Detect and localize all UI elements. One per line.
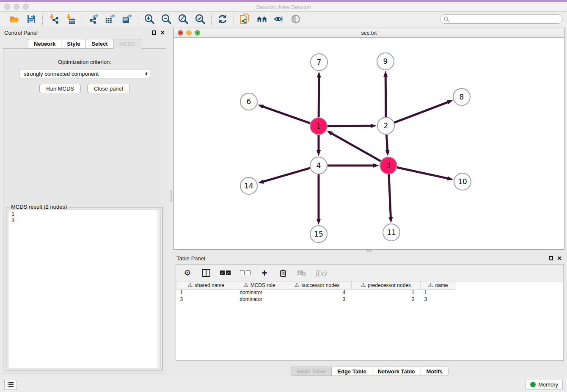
zoom-in-button[interactable] xyxy=(144,14,155,25)
graph-node-15[interactable]: 15 xyxy=(310,226,327,243)
edge-3-11[interactable] xyxy=(389,174,391,218)
tab-motifs[interactable]: Motifs xyxy=(421,367,449,376)
function-builder-button[interactable]: f(x) xyxy=(316,268,327,278)
tab-network-table[interactable]: Network Table xyxy=(372,367,421,376)
graph-node-14[interactable]: 14 xyxy=(240,177,257,194)
task-history-button[interactable] xyxy=(4,380,17,390)
cell-shared-name[interactable]: 3 xyxy=(176,296,236,303)
column-header-name[interactable]: name xyxy=(421,282,456,289)
tab-network[interactable]: Network xyxy=(28,39,61,49)
graph-node-11[interactable]: 11 xyxy=(383,224,400,241)
cell-shared-name[interactable]: 1 xyxy=(176,289,236,296)
import-network-button[interactable] xyxy=(48,14,59,25)
cell-predecessor-nodes[interactable]: 1 xyxy=(352,289,421,296)
save-session-button[interactable] xyxy=(26,14,37,25)
network-file-button[interactable] xyxy=(239,14,250,25)
delete-column-button[interactable] xyxy=(278,268,288,278)
graph-node-6[interactable]: 6 xyxy=(240,93,257,110)
network-resize-grip[interactable] xyxy=(366,250,372,252)
graph-node-7[interactable]: 7 xyxy=(311,54,328,71)
open-file-button[interactable] xyxy=(9,14,20,25)
node-label: 6 xyxy=(247,97,251,106)
tab-node-table[interactable]: Node Table xyxy=(291,367,331,376)
table-settings-button[interactable]: ⚙ xyxy=(183,268,192,278)
close-panel-button[interactable]: Close panel xyxy=(87,84,130,93)
zoom-out-button[interactable] xyxy=(161,14,172,25)
cell-successor-nodes[interactable]: 3 xyxy=(283,296,352,303)
graph-node-2[interactable]: 2 xyxy=(377,117,394,134)
network-canvas[interactable]: 7968124314101511 xyxy=(174,38,564,249)
edge-2-8[interactable] xyxy=(394,102,448,122)
export-network-button[interactable] xyxy=(88,14,99,25)
float-table-panel-icon[interactable] xyxy=(549,256,553,260)
float-panel-icon[interactable] xyxy=(152,30,156,35)
delete-table-button[interactable] xyxy=(297,268,306,278)
column-header-successor-nodes[interactable]: successor nodes xyxy=(283,282,352,289)
network-minimize-button[interactable]: − xyxy=(186,30,192,36)
close-panel-icon[interactable]: ✕ xyxy=(160,30,165,36)
graph-node-8[interactable]: 8 xyxy=(453,88,470,105)
search-input[interactable] xyxy=(449,15,562,23)
edge-1-6[interactable] xyxy=(263,107,310,123)
table-row[interactable]: 3dominator323 xyxy=(176,296,564,303)
edge-1-7[interactable] xyxy=(319,77,319,117)
panel-splitter[interactable] xyxy=(169,26,172,377)
graph-node-4[interactable]: 4 xyxy=(310,157,327,174)
tab-edge-table[interactable]: Edge Table xyxy=(331,367,372,376)
edge-4-14[interactable] xyxy=(263,168,310,182)
split-columns-button[interactable] xyxy=(201,268,211,278)
network-graph[interactable]: 7968124314101511 xyxy=(174,38,563,248)
edge-2-3[interactable] xyxy=(386,135,387,151)
network-window-titlebar[interactable]: ✕ − + scc.txt xyxy=(174,28,564,38)
graph-node-10[interactable]: 10 xyxy=(454,173,471,190)
select-all-button[interactable]: ✓✓ xyxy=(220,268,231,278)
deselect-all-button[interactable] xyxy=(240,268,250,278)
search-field[interactable] xyxy=(440,14,563,24)
column-header-MCDS-role[interactable]: MCDS role xyxy=(236,282,283,289)
zoom-fit-button[interactable] xyxy=(178,14,189,25)
sort-hierarchy-icon xyxy=(295,283,299,287)
network-close-button[interactable]: ✕ xyxy=(178,30,183,36)
add-column-button[interactable]: + xyxy=(260,268,269,278)
tab-style[interactable]: Style xyxy=(61,39,85,49)
import-table-button[interactable] xyxy=(65,14,76,25)
network-maximize-button[interactable]: + xyxy=(195,30,200,36)
table-row[interactable]: 1dominator411 xyxy=(176,289,564,296)
cell-MCDS-role[interactable]: dominator xyxy=(236,289,283,296)
run-mcds-button[interactable]: Run MCDS xyxy=(39,84,81,93)
refresh-button[interactable] xyxy=(217,14,228,25)
control-panel-title: Control Panel xyxy=(4,30,38,36)
export-table-button[interactable] xyxy=(105,14,116,25)
column-header-predecessor-nodes[interactable]: predecessor nodes xyxy=(352,282,421,289)
edge-2-9[interactable] xyxy=(385,76,386,117)
mcds-result-scrollbar[interactable] xyxy=(157,210,160,368)
home-button[interactable] xyxy=(256,14,267,25)
mcds-result-text[interactable]: 1 3 xyxy=(8,210,161,368)
table-tabs: Node TableEdge TableNetwork TableMotifs xyxy=(172,366,567,376)
tab-mcds[interactable]: MCDS xyxy=(113,39,141,49)
node-label: 8 xyxy=(460,93,464,101)
show-all-button[interactable] xyxy=(290,14,301,25)
edge-3-10[interactable] xyxy=(397,167,448,178)
edge-1-2[interactable] xyxy=(328,126,371,126)
cell-name[interactable]: 1 xyxy=(421,289,456,296)
open-folder-icon xyxy=(9,14,20,25)
optimization-criterion-select[interactable]: strongly connected component ▴▾ xyxy=(19,69,150,78)
cell-predecessor-nodes[interactable]: 2 xyxy=(352,296,421,303)
splitter-grip[interactable] xyxy=(170,191,172,202)
tab-select[interactable]: Select xyxy=(85,39,113,49)
cell-successor-nodes[interactable]: 4 xyxy=(283,289,352,296)
close-table-panel-icon[interactable]: ✕ xyxy=(557,255,562,261)
zoom-selected-button[interactable] xyxy=(195,14,206,25)
graph-node-3[interactable]: 3 xyxy=(380,157,397,174)
hide-selected-button[interactable] xyxy=(273,14,284,25)
graph-node-9[interactable]: 9 xyxy=(377,53,394,70)
export-image-button[interactable] xyxy=(121,14,132,25)
graph-node-1[interactable]: 1 xyxy=(310,118,327,135)
edge-3-1[interactable] xyxy=(331,133,380,161)
cell-name[interactable]: 3 xyxy=(421,296,456,303)
cell-MCDS-role[interactable]: dominator xyxy=(236,296,283,303)
column-header-shared-name[interactable]: shared name xyxy=(176,282,236,289)
zoom-in-icon xyxy=(144,14,155,25)
memory-button[interactable]: Memory xyxy=(526,380,563,390)
